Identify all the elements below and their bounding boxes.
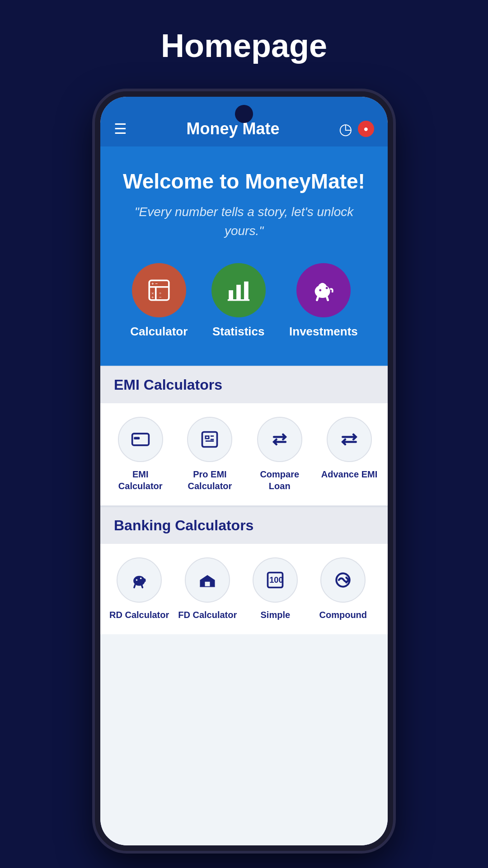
emi-label: EMI Calculator	[109, 468, 171, 492]
statistics-circle	[211, 263, 266, 317]
svg-rect-17	[202, 432, 217, 447]
svg-point-12	[315, 285, 330, 298]
compare-loan-label: Compare Loan	[248, 468, 311, 492]
hamburger-icon[interactable]: ☰	[114, 122, 127, 136]
simple-item[interactable]: 100 Simple	[246, 557, 305, 621]
app-name: Money Mate	[186, 119, 279, 138]
emi-calculator-item[interactable]: EMI Calculator	[109, 417, 171, 492]
compare-loan-icon	[257, 417, 302, 462]
svg-point-19	[140, 578, 142, 580]
phone-frame: ☰ Money Mate ◷ ● Welcome to MoneyMate! "…	[95, 91, 393, 851]
fd-icon	[185, 557, 230, 603]
page-title: Homepage	[161, 27, 327, 64]
svg-rect-9	[236, 285, 241, 300]
emi-section-header: EMI Calculators	[100, 366, 388, 403]
hero-banner: Welcome to MoneyMate! "Every number tell…	[100, 146, 388, 366]
emi-items-row: EMI Calculator Pro EMICalculator	[100, 403, 388, 505]
hero-quote: "Every number tells a story, let's unloc…	[118, 203, 370, 241]
svg-rect-16	[134, 437, 140, 440]
svg-text:+ −: + −	[151, 281, 158, 286]
hero-title: Welcome to MoneyMate!	[118, 169, 370, 193]
advance-emi-label: Advance EMI	[321, 468, 377, 480]
rd-calculator-item[interactable]: RD Calculator	[109, 557, 169, 621]
compare-loan-item[interactable]: Compare Loan	[248, 417, 311, 492]
action-calculator[interactable]: + − × + ÷ − Calculator	[130, 263, 188, 339]
top-bar-icons: ◷ ●	[339, 120, 374, 138]
hero-actions: + − × + ÷ − Calculator	[118, 263, 370, 339]
svg-rect-8	[229, 290, 233, 300]
simple-label: Simple	[260, 609, 290, 621]
calculator-circle: + − × + ÷ −	[132, 263, 186, 317]
investments-circle	[296, 263, 351, 317]
svg-point-20	[136, 579, 138, 581]
notification-dot: ●	[364, 124, 369, 134]
emi-section-title: EMI Calculators	[114, 377, 222, 393]
action-investments[interactable]: Investments	[289, 263, 358, 339]
pro-emi-icon	[187, 417, 232, 462]
banking-section-title: Banking Calculators	[114, 517, 253, 533]
advance-emi-icon	[327, 417, 372, 462]
advance-emi-item[interactable]: Advance EMI	[320, 417, 379, 492]
compound-icon	[320, 557, 366, 603]
calculator-label: Calculator	[130, 325, 188, 339]
pro-emi-item[interactable]: Pro EMICalculator	[180, 417, 239, 492]
fd-calculator-item[interactable]: FD Calculator	[178, 557, 237, 621]
svg-point-14	[319, 289, 321, 292]
svg-rect-10	[244, 282, 249, 300]
rd-label: RD Calculator	[109, 609, 169, 621]
simple-icon: 100	[253, 557, 298, 603]
statistics-label: Statistics	[212, 325, 265, 339]
investments-label: Investments	[289, 325, 358, 339]
pro-emi-label: Pro EMICalculator	[188, 468, 232, 492]
rd-icon	[117, 557, 162, 603]
emi-icon	[118, 417, 163, 462]
svg-rect-15	[132, 434, 149, 445]
compound-item[interactable]: Compound	[314, 557, 372, 621]
banking-items-row: RD Calculator FD Calculator	[100, 544, 388, 634]
history-icon[interactable]: ◷	[339, 120, 352, 138]
banking-section-header: Banking Calculators	[100, 506, 388, 544]
svg-text:+: +	[151, 295, 154, 300]
svg-text:−: −	[159, 295, 162, 300]
scroll-content: EMI Calculators EMI Calculator	[100, 366, 388, 845]
svg-text:100: 100	[269, 575, 283, 585]
action-statistics[interactable]: Statistics	[211, 263, 266, 339]
phone-screen: ☰ Money Mate ◷ ● Welcome to MoneyMate! "…	[100, 97, 388, 845]
svg-point-13	[326, 287, 328, 289]
compound-label: Compound	[319, 609, 367, 621]
phone-notch	[235, 105, 253, 123]
fd-label: FD Calculator	[178, 609, 237, 621]
notification-badge[interactable]: ●	[358, 121, 374, 137]
